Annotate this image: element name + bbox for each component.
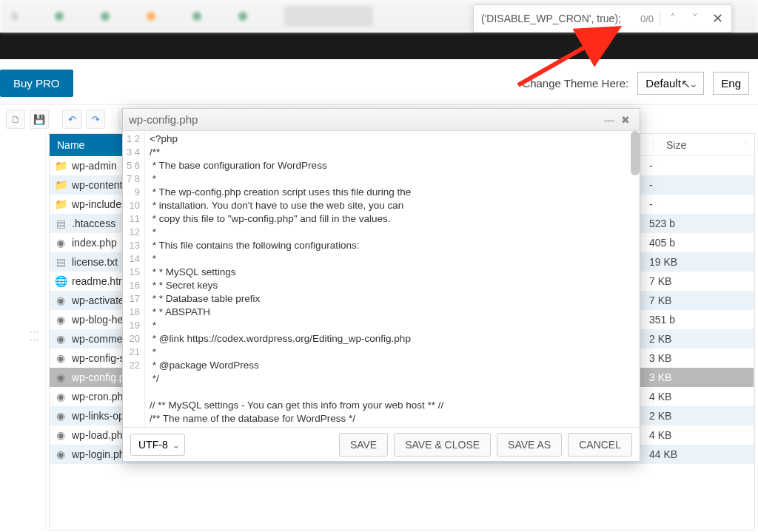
redo-icon[interactable]: ↷ — [86, 110, 105, 129]
file-type-icon: ◉ — [50, 448, 72, 460]
cancel-button[interactable]: CANCEL — [568, 433, 632, 457]
file-type-icon: 📁 — [50, 179, 72, 191]
save-icon[interactable]: 💾 — [30, 110, 49, 129]
file-type-icon: ▤ — [50, 218, 72, 229]
file-size-cell: 4 KB — [636, 425, 754, 445]
find-count: 0/0 — [640, 13, 654, 24]
file-size-cell: - — [636, 195, 754, 214]
file-size-cell: 351 b — [636, 310, 754, 329]
encoding-select[interactable]: UTF-8 — [130, 434, 185, 456]
site-header-strip — [0, 33, 758, 59]
editor-footer: UTF-8 ⌄ SAVE SAVE & CLOSE SAVE AS CANCEL — [123, 427, 640, 461]
file-size-cell: 19 KB — [636, 252, 754, 272]
top-toolbar: Buy PRO Change Theme Here: Default ⌄ Eng — [0, 59, 758, 105]
save-button[interactable]: SAVE — [339, 433, 388, 457]
find-close-button[interactable]: ✕ — [706, 7, 728, 30]
save-as-button[interactable]: SAVE AS — [497, 433, 562, 457]
file-type-icon: ◉ — [50, 429, 72, 441]
theme-label: Change Theme Here: — [522, 77, 628, 90]
file-type-icon: ◉ — [50, 333, 72, 345]
file-type-icon: ◉ — [50, 294, 72, 306]
file-size-cell: 44 KB — [636, 445, 754, 464]
minimize-icon[interactable]: — — [601, 114, 617, 126]
close-icon[interactable]: ✖ — [617, 114, 634, 126]
scrollbar-thumb[interactable] — [631, 131, 640, 175]
find-input[interactable] — [481, 13, 636, 24]
file-size-cell: 4 KB — [636, 387, 754, 406]
grip-icon: ⋮ — [742, 140, 748, 149]
file-type-icon: ◉ — [50, 391, 72, 403]
grip-icon: ⋮ — [649, 140, 656, 149]
undo-icon[interactable]: ↶ — [62, 110, 81, 129]
file-size-cell: 2 KB — [636, 329, 754, 349]
find-in-page-bar: 0/0 ˄ ˅ ✕ — [473, 4, 732, 33]
grip-icon[interactable]: ⋮⋮ — [30, 327, 41, 343]
line-gutter: 1 2 3 4 5 6 7 8 9 10 11 12 13 14 15 16 1… — [123, 131, 145, 427]
new-file-icon[interactable]: 🗋 — [6, 110, 25, 129]
file-type-icon: ◉ — [50, 352, 72, 364]
language-button[interactable]: Eng — [713, 72, 749, 95]
code-area[interactable]: <?php /** * The base configuration for W… — [145, 131, 640, 427]
editor-body[interactable]: 1 2 3 4 5 6 7 8 9 10 11 12 13 14 15 16 1… — [123, 131, 640, 427]
code-editor-panel: wp-config.php — ✖ 1 2 3 4 5 6 7 8 9 10 1… — [122, 108, 640, 462]
save-close-button[interactable]: SAVE & CLOSE — [394, 433, 491, 457]
file-type-icon: 📁 — [50, 160, 72, 172]
file-type-icon: 📁 — [50, 198, 72, 210]
file-size-cell: - — [636, 156, 754, 175]
file-size-cell: 3 KB — [636, 349, 754, 368]
file-type-icon: ◉ — [50, 371, 72, 383]
file-size-cell: 3 KB — [636, 368, 754, 387]
file-type-icon: ◉ — [50, 314, 72, 326]
editor-filename: wp-config.php — [129, 113, 601, 126]
file-type-icon: ◉ — [50, 237, 72, 249]
file-size-cell: 7 KB — [636, 291, 754, 310]
header-size[interactable]: Size — [666, 139, 686, 151]
file-size-cell: 7 KB — [636, 272, 754, 291]
file-size-cell: 523 b — [636, 214, 754, 233]
file-type-icon: ◉ — [50, 410, 72, 422]
file-type-icon: 🌐 — [50, 275, 72, 287]
file-size-cell: 405 b — [636, 233, 754, 252]
file-type-icon: ▤ — [50, 256, 72, 268]
find-next-button[interactable]: ˅ — [684, 7, 706, 30]
file-size-cell: 2 KB — [636, 406, 754, 425]
editor-titlebar[interactable]: wp-config.php — ✖ — [123, 109, 640, 131]
theme-select[interactable]: Default — [637, 72, 704, 95]
file-size-cell: - — [636, 175, 754, 195]
find-prev-button[interactable]: ˄ — [662, 7, 684, 30]
buy-pro-button[interactable]: Buy PRO — [0, 70, 73, 97]
